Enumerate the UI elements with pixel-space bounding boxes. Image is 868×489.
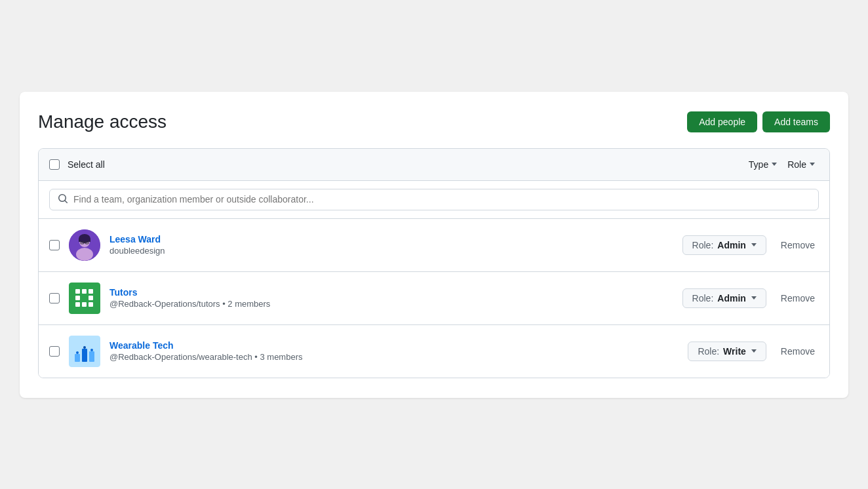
role-filter-button[interactable]: Role <box>783 157 819 172</box>
header: Manage access Add people Add teams <box>38 111 830 132</box>
member-name[interactable]: Leesa Ward <box>109 234 165 244</box>
member-details: Leesa Ward doubleedesign <box>109 234 165 256</box>
table-row: Tutors @Redback-Operations/tutors • 2 me… <box>39 272 829 325</box>
select-all-left: Select all <box>49 159 105 170</box>
main-panel: Select all Type Role <box>38 148 830 378</box>
select-all-row: Select all Type Role <box>39 149 829 181</box>
remove-button-leesa-ward[interactable]: Remove <box>777 237 819 253</box>
member-actions: Role: Write Remove <box>688 342 819 361</box>
member-actions: Role: Admin Remove <box>682 288 819 308</box>
member-details: Wearable Tech @Redback-Operations/wearab… <box>109 340 303 362</box>
role-chevron-icon <box>810 163 815 166</box>
member-checkbox-tutors[interactable] <box>49 293 60 303</box>
avatar <box>69 336 100 367</box>
add-teams-button[interactable]: Add teams <box>762 111 830 132</box>
svg-point-22 <box>90 349 93 351</box>
role-button-leesa-ward[interactable]: Role: Admin <box>682 235 766 255</box>
select-all-checkbox[interactable] <box>49 159 60 170</box>
role-chevron-icon <box>751 243 757 246</box>
member-info: Leesa Ward doubleedesign <box>69 229 673 261</box>
role-value: Write <box>723 346 746 357</box>
type-chevron-icon <box>772 163 777 166</box>
svg-rect-14 <box>82 302 87 307</box>
role-button-tutors[interactable]: Role: Admin <box>682 288 766 308</box>
svg-rect-15 <box>89 302 93 307</box>
add-people-button[interactable]: Add people <box>687 111 757 132</box>
search-input-wrapper <box>49 189 819 210</box>
select-all-label: Select all <box>68 159 105 170</box>
svg-point-2 <box>76 248 93 261</box>
header-buttons: Add people Add teams <box>687 111 830 132</box>
role-value: Admin <box>717 240 746 250</box>
role-prefix: Role: <box>698 346 719 357</box>
svg-point-21 <box>83 346 86 349</box>
search-icon <box>58 193 68 206</box>
search-input[interactable] <box>73 194 810 205</box>
role-filter-label: Role <box>787 159 806 170</box>
member-checkbox-leesa-ward[interactable] <box>49 240 60 250</box>
role-prefix: Role: <box>692 293 714 303</box>
search-row <box>39 181 829 219</box>
svg-rect-18 <box>82 349 87 362</box>
page-title: Manage access <box>38 111 167 132</box>
member-details: Tutors @Redback-Operations/tutors • 2 me… <box>109 287 270 309</box>
member-username: doubleedesign <box>109 246 165 256</box>
member-checkbox-wearable-tech[interactable] <box>49 346 60 357</box>
member-username: @Redback-Operations/wearable-tech • 3 me… <box>109 352 303 362</box>
svg-rect-11 <box>75 296 80 300</box>
svg-rect-7 <box>69 283 100 314</box>
member-info: Wearable Tech @Redback-Operations/wearab… <box>69 336 679 367</box>
member-name[interactable]: Wearable Tech <box>109 340 303 351</box>
role-button-wearable-tech[interactable]: Role: Write <box>688 342 766 361</box>
member-info: Tutors @Redback-Operations/tutors • 2 me… <box>69 283 673 314</box>
role-chevron-icon <box>751 296 757 300</box>
svg-rect-4 <box>79 239 90 242</box>
member-username: @Redback-Operations/tutors • 2 members <box>109 299 270 309</box>
avatar <box>69 283 100 314</box>
remove-button-wearable-tech[interactable]: Remove <box>777 343 819 359</box>
role-chevron-icon <box>751 349 757 353</box>
svg-point-20 <box>76 351 79 354</box>
svg-rect-9 <box>82 289 87 294</box>
page-container: Manage access Add people Add teams Selec… <box>20 92 848 398</box>
type-filter-button[interactable]: Type <box>745 157 781 172</box>
avatar <box>69 229 100 261</box>
svg-rect-19 <box>89 351 94 362</box>
table-row: Leesa Ward doubleedesign Role: Admin Rem… <box>39 219 829 272</box>
svg-rect-17 <box>75 354 80 362</box>
role-prefix: Role: <box>692 240 714 250</box>
svg-rect-8 <box>75 289 80 294</box>
svg-rect-13 <box>75 302 80 307</box>
svg-rect-10 <box>89 289 93 294</box>
type-filter-label: Type <box>749 159 768 170</box>
remove-button-tutors[interactable]: Remove <box>777 290 819 306</box>
member-name[interactable]: Tutors <box>109 287 270 298</box>
svg-rect-12 <box>89 296 93 300</box>
member-actions: Role: Admin Remove <box>682 235 819 255</box>
filter-buttons: Type Role <box>745 157 819 172</box>
table-row: Wearable Tech @Redback-Operations/wearab… <box>39 325 829 378</box>
role-value: Admin <box>717 293 746 303</box>
